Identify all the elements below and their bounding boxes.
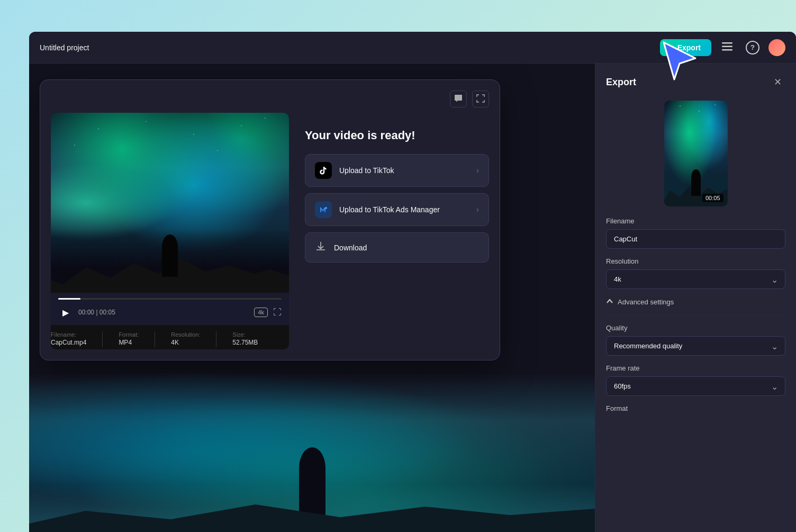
main-area: ▶ 00:00 | 00:05 4k ⛶ xyxy=(29,64,595,532)
progress-bar[interactable] xyxy=(58,298,282,300)
dialog-content: ▶ 00:00 | 00:05 4k ⛶ xyxy=(51,113,489,349)
fullscreen-icon-2: ⛶ xyxy=(273,308,282,317)
person-silhouette xyxy=(162,235,178,277)
panel-header: Export ✕ xyxy=(606,74,785,90)
filename-label: Filename: xyxy=(51,331,86,338)
format-value: MP4 xyxy=(119,339,139,346)
svg-rect-0 xyxy=(722,42,732,44)
resolution-group: Resolution 4k 2k 1080p xyxy=(606,257,785,289)
top-bar: Untitled project ↑ Export ? xyxy=(29,32,796,64)
frame-rate-select[interactable]: 60fps 30fps 24fps xyxy=(606,376,785,396)
menu-icon xyxy=(722,41,732,53)
background-scene xyxy=(29,373,595,532)
comment-icon xyxy=(454,94,463,104)
upload-tiktok-ads-button[interactable]: Upload to TikTok Ads Manager › xyxy=(305,193,489,226)
ready-title: Your video is ready! xyxy=(305,129,489,142)
quality-select-wrapper: Recommended quality High quality Medium … xyxy=(606,336,785,356)
panel-thumbnail: 00:05 xyxy=(664,101,728,206)
advanced-settings-label: Advanced settings xyxy=(618,298,674,306)
close-panel-button[interactable]: ✕ xyxy=(770,74,785,90)
quality-group: Quality Recommended quality High quality… xyxy=(606,324,785,356)
export-panel: Export ✕ 00:05 Filename xyxy=(595,64,796,532)
separator-3 xyxy=(216,331,216,347)
size-label: Size: xyxy=(232,331,258,338)
filename-group: Filename xyxy=(606,217,785,249)
menu-button[interactable] xyxy=(718,38,737,57)
close-icon: ✕ xyxy=(774,76,782,88)
filename-field-label: Filename xyxy=(606,217,785,225)
format-group: Format xyxy=(606,404,785,412)
dialog-top-icons xyxy=(51,91,489,107)
export-dialog: ▶ 00:00 | 00:05 4k ⛶ xyxy=(40,79,500,360)
format-field-label: Format xyxy=(606,404,785,412)
resolution-value: 4K xyxy=(171,339,200,346)
upload-tiktok-ads-label: Upload to TikTok Ads Manager xyxy=(339,205,469,214)
resolution-select-wrapper: 4k 2k 1080p xyxy=(606,269,785,289)
help-icon: ? xyxy=(746,41,759,55)
file-info-format: Format: MP4 xyxy=(119,331,139,347)
tiktok-ads-icon xyxy=(315,201,332,218)
advanced-settings-toggle[interactable]: Advanced settings xyxy=(606,297,674,306)
file-info-filename: Filename: CapCut.mp4 xyxy=(51,331,86,347)
upload-icon: ↑ xyxy=(671,43,674,52)
svg-rect-1 xyxy=(722,46,732,48)
download-label: Download xyxy=(334,244,479,252)
help-button[interactable]: ? xyxy=(743,38,762,57)
resolution-field-label: Resolution xyxy=(606,257,785,265)
frame-rate-field-label: Frame rate xyxy=(606,364,785,372)
frame-rate-select-wrapper: 60fps 30fps 24fps xyxy=(606,376,785,396)
divider-1 xyxy=(606,315,785,315)
play-button[interactable]: ▶ xyxy=(58,305,73,320)
file-info-size: Size: 52.75MB xyxy=(232,331,258,347)
fullscreen-button[interactable]: ⛶ xyxy=(273,308,282,317)
progress-fill xyxy=(58,298,80,300)
tiktok-arrow-icon: › xyxy=(476,166,479,175)
svg-point-4 xyxy=(325,207,327,209)
download-icon xyxy=(315,240,327,255)
quality-select[interactable]: Recommended quality High quality Medium … xyxy=(606,336,785,356)
export-label: Export xyxy=(677,43,701,52)
file-info: Filename: CapCut.mp4 Format: MP4 Resolut… xyxy=(51,325,289,349)
play-icon: ▶ xyxy=(62,308,69,318)
total-time: 00:05 xyxy=(100,309,115,316)
fullscreen-icon-button[interactable] xyxy=(472,91,489,107)
video-controls: ▶ 00:00 | 00:05 4k ⛶ xyxy=(51,293,289,325)
upload-tiktok-label: Upload to TikTok xyxy=(339,166,469,175)
tiktok-icon xyxy=(315,162,332,179)
current-time: 00:00 xyxy=(78,309,94,316)
frame-rate-group: Frame rate 60fps 30fps 24fps xyxy=(606,364,785,396)
comment-icon-button[interactable] xyxy=(450,91,467,107)
time-display: 00:00 | 00:05 xyxy=(78,309,249,316)
dialog-actions: Your video is ready! Upload to TikTok › xyxy=(305,113,489,349)
download-button[interactable]: Download xyxy=(305,232,489,263)
quality-badge: 4k xyxy=(254,308,268,317)
filename-input[interactable] xyxy=(606,229,785,249)
format-label: Format: xyxy=(119,331,139,338)
project-title: Untitled project xyxy=(40,43,89,52)
tiktok-ads-arrow-icon: › xyxy=(476,205,479,214)
export-button[interactable]: ↑ Export xyxy=(660,39,711,56)
separator-1 xyxy=(102,331,103,347)
thumbnail-person xyxy=(691,169,701,196)
duration-badge: 00:05 xyxy=(702,194,723,202)
chevron-up-icon xyxy=(606,297,613,306)
content-area: ▶ 00:00 | 00:05 4k ⛶ xyxy=(29,64,796,532)
resolution-select[interactable]: 4k 2k 1080p xyxy=(606,269,785,289)
video-thumbnail xyxy=(51,113,289,293)
video-preview: ▶ 00:00 | 00:05 4k ⛶ xyxy=(51,113,289,349)
separator-2 xyxy=(155,331,155,347)
upload-tiktok-button[interactable]: Upload to TikTok › xyxy=(305,154,489,187)
file-info-resolution: Resolution: 4K xyxy=(171,331,200,347)
top-bar-right: ↑ Export ? xyxy=(660,38,785,57)
thumbnail-image xyxy=(664,101,728,206)
svg-rect-2 xyxy=(722,49,732,51)
avatar[interactable] xyxy=(768,39,785,56)
app-container: Untitled project ↑ Export ? xyxy=(29,32,796,532)
fullscreen-icon xyxy=(476,94,485,104)
resolution-label: Resolution: xyxy=(171,331,200,338)
panel-title: Export xyxy=(606,77,636,88)
size-value: 52.75MB xyxy=(232,339,258,346)
quality-field-label: Quality xyxy=(606,324,785,332)
controls-row: ▶ 00:00 | 00:05 4k ⛶ xyxy=(58,305,282,320)
filename-value: CapCut.mp4 xyxy=(51,339,86,346)
